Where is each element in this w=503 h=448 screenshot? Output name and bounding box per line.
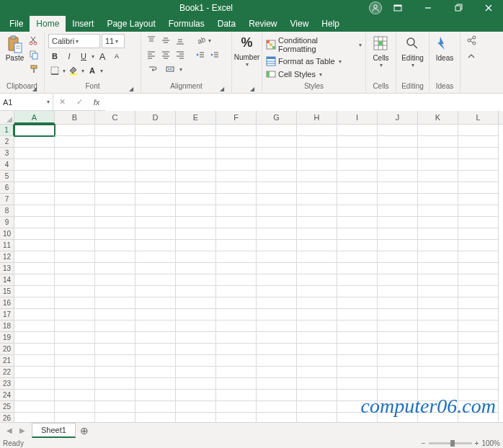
cell[interactable]	[14, 148, 55, 159]
cell[interactable]	[257, 309, 297, 321]
cell[interactable]	[176, 390, 216, 401]
cell[interactable]	[14, 332, 55, 344]
cell[interactable]	[418, 182, 458, 194]
column-header[interactable]: C	[95, 111, 135, 124]
cell[interactable]	[257, 332, 297, 344]
cell[interactable]	[257, 344, 297, 355]
row-header[interactable]: 12	[0, 251, 14, 263]
cell[interactable]	[297, 125, 337, 136]
cell[interactable]	[297, 205, 337, 217]
cell[interactable]	[257, 367, 297, 378]
cell[interactable]	[216, 390, 257, 401]
format-as-table-button[interactable]: Format as Table ▾	[266, 55, 342, 67]
cell[interactable]	[135, 194, 176, 205]
cell[interactable]	[458, 194, 499, 205]
cell[interactable]	[297, 171, 337, 182]
cell[interactable]	[216, 263, 257, 274]
close-button[interactable]	[474, 0, 503, 16]
cell[interactable]	[216, 297, 257, 309]
cell[interactable]	[95, 205, 135, 217]
row-header[interactable]: 2	[0, 136, 14, 148]
account-icon[interactable]	[369, 1, 382, 14]
underline-button[interactable]: U	[77, 50, 90, 63]
cell[interactable]	[95, 171, 135, 182]
cell[interactable]	[418, 148, 458, 159]
cell[interactable]	[14, 125, 55, 136]
cell[interactable]	[458, 401, 499, 413]
cell[interactable]	[95, 332, 135, 344]
cell[interactable]	[378, 251, 418, 263]
cell[interactable]	[55, 286, 95, 297]
bold-button[interactable]: B	[48, 50, 61, 63]
cell[interactable]	[95, 297, 135, 309]
cell[interactable]	[14, 297, 55, 309]
cell[interactable]	[14, 309, 55, 321]
cell[interactable]	[418, 344, 458, 355]
cell[interactable]	[216, 401, 257, 413]
cell[interactable]	[95, 240, 135, 251]
cell[interactable]	[176, 355, 216, 367]
cell[interactable]	[135, 274, 176, 286]
formula-enter-button[interactable]: ✓	[71, 94, 88, 111]
cell[interactable]	[378, 332, 418, 344]
cell[interactable]	[458, 263, 499, 274]
cell[interactable]	[337, 136, 378, 148]
tab-page-layout[interactable]: Page Layout	[100, 16, 161, 32]
cell[interactable]	[337, 251, 378, 263]
cell[interactable]	[55, 125, 95, 136]
zoom-in-button[interactable]: +	[475, 439, 479, 447]
column-header[interactable]: K	[418, 111, 458, 124]
align-top-button[interactable]	[145, 34, 158, 47]
number-dropdown-icon[interactable]: ▾	[246, 61, 249, 68]
cell[interactable]	[14, 378, 55, 390]
cell[interactable]	[297, 355, 337, 367]
cell[interactable]	[135, 297, 176, 309]
cell[interactable]	[458, 286, 499, 297]
number-launcher[interactable]: ◢	[248, 84, 257, 93]
cell[interactable]	[14, 355, 55, 367]
cell[interactable]	[257, 263, 297, 274]
cell[interactable]	[418, 367, 458, 378]
tab-file[interactable]: File	[3, 16, 30, 32]
align-middle-button[interactable]	[159, 34, 172, 47]
cell[interactable]	[176, 274, 216, 286]
orientation-button[interactable]: ab	[194, 34, 207, 47]
row-header[interactable]: 25	[0, 401, 14, 413]
cell[interactable]	[55, 390, 95, 401]
row-header[interactable]: 13	[0, 263, 14, 274]
border-dropdown-icon[interactable]: ▾	[63, 68, 66, 74]
cell[interactable]	[135, 390, 176, 401]
font-launcher[interactable]: ◢	[127, 84, 135, 93]
cell[interactable]	[55, 251, 95, 263]
cell[interactable]	[14, 194, 55, 205]
cell[interactable]	[418, 251, 458, 263]
grow-font-button[interactable]: A	[96, 50, 109, 63]
cell[interactable]	[378, 297, 418, 309]
conditional-formatting-button[interactable]: Conditional Formatting ▾	[266, 35, 362, 54]
cell[interactable]	[176, 332, 216, 344]
ideas-button[interactable]: Ideas	[433, 34, 456, 63]
cell[interactable]	[14, 321, 55, 332]
cell[interactable]	[337, 240, 378, 251]
cell[interactable]	[55, 194, 95, 205]
column-header[interactable]: J	[378, 111, 418, 124]
tab-view[interactable]: View	[284, 16, 316, 32]
cell[interactable]	[337, 217, 378, 228]
cell[interactable]	[458, 344, 499, 355]
cell[interactable]	[418, 263, 458, 274]
cell[interactable]	[257, 297, 297, 309]
cell[interactable]	[378, 217, 418, 228]
cell[interactable]	[95, 125, 135, 136]
cell[interactable]	[135, 125, 176, 136]
cell[interactable]	[378, 240, 418, 251]
cell-styles-button[interactable]: Cell Styles ▾	[266, 68, 322, 80]
row-header[interactable]: 24	[0, 390, 14, 401]
cell[interactable]	[176, 205, 216, 217]
cell[interactable]	[337, 309, 378, 321]
cell[interactable]	[14, 159, 55, 171]
cell[interactable]	[337, 344, 378, 355]
cell[interactable]	[297, 217, 337, 228]
cell[interactable]	[418, 332, 458, 344]
cell[interactable]	[55, 159, 95, 171]
italic-button[interactable]: I	[63, 50, 76, 63]
